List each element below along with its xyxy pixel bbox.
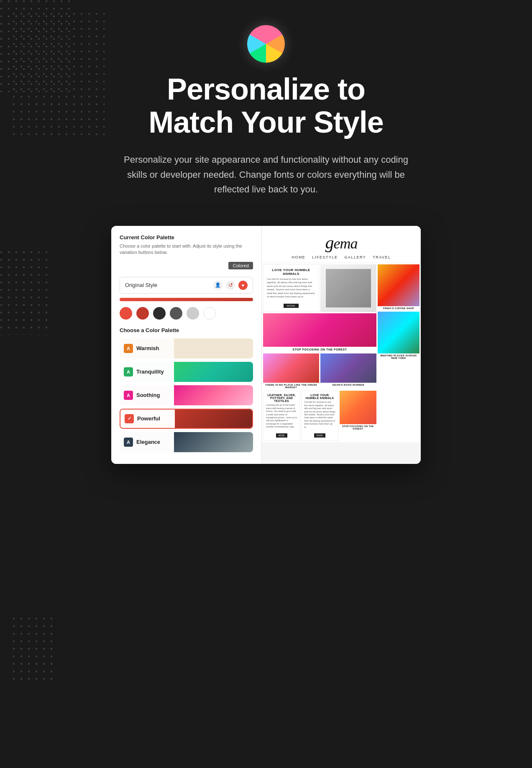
image-card-runner: DEAN'S ROAD RUNNER (320, 353, 376, 389)
refresh-icon[interactable]: ↺ (226, 281, 235, 290)
article-card-animals2: LOVE YOUR HUMBLE ANIMALS I've told it's … (301, 391, 338, 441)
palette-item-powerful[interactable]: ✓ Powerful (120, 409, 253, 429)
article-card-animals: LOVE YOUR HUMBLE ANIMALS I've told it's … (263, 264, 319, 312)
ui-preview: Current Color Palette Choose a color pal… (111, 226, 421, 464)
panel-subtitle: Choose a color palette to start with. Ad… (120, 243, 253, 256)
heart-icon[interactable]: ♥ (238, 281, 248, 290)
style-label: Original Style (125, 282, 157, 288)
palette-name-soothing: Soothing (136, 392, 160, 398)
palette-badge-powerful: ✓ (125, 414, 134, 423)
image-card-coffee: FRIDA'S COFFEE SHOP (378, 264, 419, 310)
palette-badge-warmish: A (124, 344, 133, 353)
colored-badge[interactable]: Colored (228, 262, 253, 269)
color-panel: Current Color Palette Choose a color pal… (111, 226, 262, 464)
color-dot-1[interactable] (120, 307, 132, 320)
style-row: Original Style 👤 ↺ ♥ (120, 277, 253, 294)
color-dot-5[interactable] (187, 307, 199, 320)
page-title: Personalize to Match Your Style (148, 73, 383, 139)
site-header: gema HOME LIFESTYLE GALLERY TRAVEL (262, 226, 421, 263)
image-card-forest2: STOP FOCUSING ON THE FOREST (340, 391, 376, 441)
image-card-meeting: MEETING PLACES ACROSS NEW YORK (378, 312, 419, 360)
style-icons: 👤 ↺ ♥ (213, 281, 248, 290)
website-preview-panel: gema HOME LIFESTYLE GALLERY TRAVEL (262, 226, 421, 464)
palette-item-elegance[interactable]: A Elegance (120, 432, 253, 452)
palette-name-powerful: Powerful (137, 415, 160, 422)
logo-icon (247, 25, 285, 63)
person-icon[interactable]: 👤 (213, 281, 223, 290)
title-line2: Match Your Style (148, 105, 383, 139)
article-card-leather: LEATHER, SILVER, POTTERY, AND TEXTILES L… (263, 391, 300, 441)
palette-name-elegance: Elegance (136, 439, 160, 445)
panel-title: Current Color Palette (120, 234, 253, 241)
site-logo: gema (269, 233, 414, 253)
palette-badge-tranquility: A (124, 367, 133, 376)
color-slider[interactable] (120, 298, 253, 301)
title-line1: Personalize to (167, 72, 365, 106)
nav-lifestyle[interactable]: LIFESTYLE (312, 255, 338, 259)
svg-rect-7 (13, 617, 54, 684)
page-subtitle: Personalize your site appearance and fun… (124, 152, 408, 197)
color-dot-3[interactable] (153, 307, 166, 320)
palette-name-warmish: Warmish (136, 345, 159, 351)
hero-section: Personalize to Match Your Style Personal… (0, 0, 532, 464)
palette-item-warmish[interactable]: A Warmish (120, 338, 253, 358)
color-dot-4[interactable] (170, 307, 182, 320)
nav-home[interactable]: HOME (292, 255, 305, 259)
palette-name-tranquility: Tranquility (136, 369, 164, 375)
image-card-forest: STOP FOCUSING ON THE FOREST (263, 313, 376, 352)
palette-item-tranquility[interactable]: A Tranquility (120, 362, 253, 382)
palette-badge-elegance: A (124, 438, 133, 447)
color-dot-2[interactable] (136, 307, 149, 320)
image-placeholder-1 (320, 264, 376, 312)
choose-palette-title: Choose a Color Palette (120, 327, 253, 333)
image-card-market: THERE IS NO PLACE LIKE THE FRESH MARKET (263, 353, 319, 389)
site-nav: HOME LIFESTYLE GALLERY TRAVEL (269, 255, 414, 259)
nav-travel[interactable]: TRAVEL (373, 255, 391, 259)
palette-item-soothing[interactable]: A Soothing (120, 385, 253, 405)
color-dots (120, 307, 253, 320)
color-dot-6[interactable] (203, 307, 216, 320)
palette-badge-soothing: A (124, 391, 133, 400)
nav-gallery[interactable]: GALLERY (344, 255, 366, 259)
